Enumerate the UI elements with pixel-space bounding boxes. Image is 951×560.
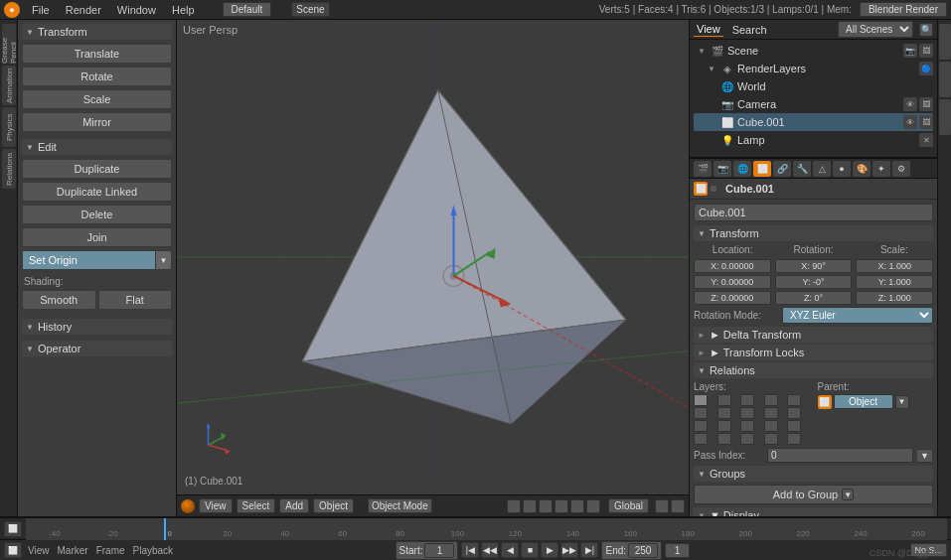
menu-render[interactable]: Render [62,4,105,16]
prop-object-btn[interactable]: ⬜ [753,161,771,177]
layer-18[interactable] [740,433,754,445]
tl-play-btn[interactable]: ▶ [541,542,558,558]
history-section-header[interactable]: ▼ History [22,319,172,335]
layer-20[interactable] [787,433,801,445]
lamp-vis-btn[interactable]: ✕ [919,133,933,147]
animation-tab[interactable]: Animation [2,66,16,105]
menu-window[interactable]: Window [113,4,160,16]
relations-section[interactable]: ▼ Relations [694,362,933,378]
layer-7[interactable] [717,407,731,419]
loc-z-field[interactable]: Z: 0.00000 [694,291,771,305]
loc-y-field[interactable]: Y: 0.00000 [694,275,771,289]
prop-modifier-btn[interactable]: 🔧 [793,161,811,177]
scale-y-field[interactable]: Y: 1.000 [856,275,933,289]
tl-play-reverse-btn[interactable]: ◀ [501,542,519,558]
set-origin-button[interactable]: Set Origin [23,251,155,269]
layer-4[interactable] [764,394,778,406]
tl-stop-btn[interactable]: ■ [521,542,539,558]
scale-x-field[interactable]: X: 1.000 [856,259,933,273]
layer-10[interactable] [787,407,801,419]
loc-x-field[interactable]: X: 0.00000 [694,259,771,273]
smooth-button[interactable]: Smooth [22,290,96,310]
prop-material-btn[interactable]: ● [833,161,851,177]
menu-file[interactable]: File [28,4,54,16]
viewport-icon-3[interactable] [539,499,553,513]
pass-index-field[interactable]: 0 [767,448,913,463]
display-section[interactable]: ▼ ▼ Display [694,507,933,516]
groups-section[interactable]: ▼ Groups [694,466,933,482]
layer-1[interactable] [694,394,708,406]
viewport-3d[interactable]: User Persp (1) Cube.001 View Select Add … [177,20,689,516]
parent-dropdown-btn[interactable]: ▼ [895,395,909,409]
mirror-button[interactable]: Mirror [22,112,172,132]
transform-locks-section[interactable]: ► ► Transform Locks [694,345,933,360]
camera-vis-btn[interactable]: 👁 [903,97,917,111]
layer-15[interactable] [787,420,801,432]
engine-selector[interactable]: Blender Render [860,2,947,17]
playhead[interactable] [164,518,166,540]
tree-scene[interactable]: ▼ 🎬 Scene 📷 🖼 [694,42,933,60]
translate-button[interactable]: Translate [22,44,172,64]
add-to-group-btn[interactable]: Add to Group ▼ [694,485,933,504]
tree-camera[interactable]: 📷 Camera 👁 🖼 [694,95,933,113]
right-strip-btn-2[interactable] [939,62,951,97]
set-origin-arrow[interactable]: ▼ [155,251,171,269]
right-strip-btn-3[interactable] [939,99,951,135]
layer-14[interactable] [764,420,778,432]
tl-marker-btn[interactable]: Marker [56,545,90,556]
viewport-icon-5[interactable] [570,499,584,513]
rotate-button[interactable]: Rotate [22,67,172,86]
timeline-ruler[interactable]: -40 -20 0 20 40 60 80 100 120 140 160 18… [26,518,947,540]
join-button[interactable]: Join [22,227,172,247]
prop-render-btn[interactable]: 📷 [713,161,731,177]
layer-8[interactable] [740,407,754,419]
tl-left-icon[interactable]: ⬜ [4,542,22,558]
layer-13[interactable] [740,420,754,432]
rotation-mode-select[interactable]: XYZ Euler [782,307,933,324]
rot-y-field[interactable]: Y: -0° [775,275,853,289]
pass-index-btn[interactable]: ▼ [917,449,933,463]
object-name-field[interactable] [694,204,933,221]
relations-tab[interactable]: Relations [2,149,16,189]
viewport-object-btn[interactable]: Object [313,498,354,513]
rot-x-field[interactable]: X: 90° [775,259,853,273]
layer-16[interactable] [694,433,708,445]
prop-constraint-btn[interactable]: 🔗 [773,161,791,177]
camera-render-btn[interactable]: 🖼 [919,97,933,111]
layer-9[interactable] [764,407,778,419]
physics-tab[interactable]: Physics [2,107,16,147]
viewport-icon-6[interactable] [586,499,600,513]
view-selector[interactable]: Scene [291,2,329,17]
menu-help[interactable]: Help [168,4,199,16]
layer-3[interactable] [740,394,754,406]
scene-dropdown[interactable]: All Scenes [838,21,913,38]
layer-12[interactable] [717,420,731,432]
prop-texture-btn[interactable]: 🎨 [853,161,871,177]
duplicate-button[interactable]: Duplicate [22,159,172,179]
delete-button[interactable]: Delete [22,205,172,224]
tl-frame-btn[interactable]: Frame [94,545,127,556]
scene-render-btn[interactable]: 🖼 [919,44,933,58]
tl-jump-end-btn[interactable]: ▶| [580,542,598,558]
operator-section-header[interactable]: ▼ Operator [22,341,172,356]
tl-btn-1[interactable]: ⬜ [4,521,22,537]
tl-end-field[interactable]: 250 [628,543,658,558]
prop-data-btn[interactable]: △ [813,161,831,177]
viewport-add-btn[interactable]: Add [279,498,309,513]
viewport-mode-select[interactable]: Object Mode [368,498,432,513]
outliner-view-tab[interactable]: View [694,22,723,37]
prop-world-btn[interactable]: 🌐 [733,161,751,177]
tl-start-field[interactable]: 1 [424,543,454,558]
tl-step-fwd-btn[interactable]: ▶▶ [560,542,578,558]
layout-selector[interactable]: Default [223,2,272,17]
rot-z-field[interactable]: Z: 0° [775,291,853,305]
viewport-grid-icon[interactable] [671,499,685,513]
layer-19[interactable] [764,433,778,445]
tl-playback-btn[interactable]: Playback [131,545,176,556]
scale-z-field[interactable]: Z: 1.000 [856,291,933,305]
outliner-search-btn[interactable]: 🔍 [919,23,933,37]
layer-17[interactable] [717,433,731,445]
rl-action[interactable]: 🔵 [919,62,933,75]
viewport-select-btn[interactable]: Select [237,498,276,513]
edit-section-header[interactable]: ▼ Edit [22,139,172,155]
